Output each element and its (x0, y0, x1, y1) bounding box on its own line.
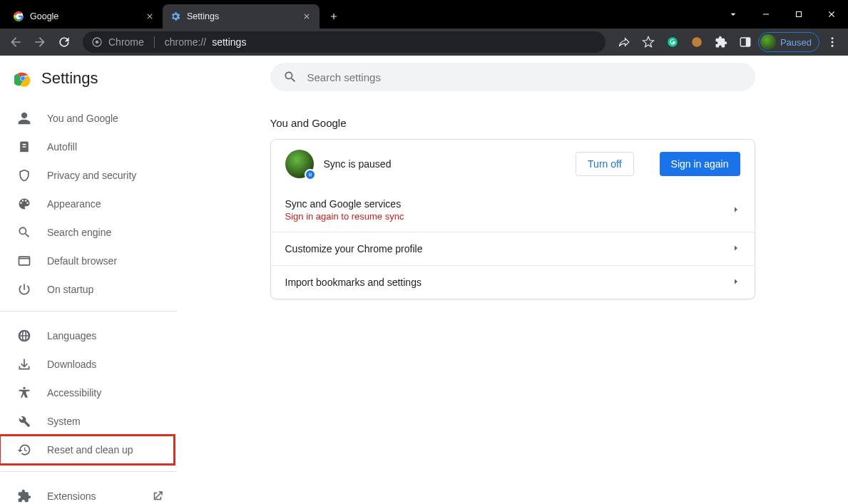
browser-toolbar: Chrome chrome://settings Paused (0, 29, 848, 56)
sidebar: Settings You and GoogleAutofillPrivacy a… (0, 56, 177, 504)
person-icon (17, 111, 31, 125)
extension-cookie-icon[interactable] (685, 31, 708, 53)
tab-google[interactable]: Google (6, 4, 163, 29)
new-tab-button[interactable] (324, 6, 344, 26)
extensions-puzzle-icon[interactable] (710, 31, 732, 53)
reload-button[interactable] (53, 31, 76, 53)
sidebar-item-extensions[interactable]: Extensions (0, 482, 167, 504)
chevron-down-icon[interactable] (717, 0, 750, 29)
window-titlebar: Google Settings (0, 0, 848, 29)
tab-settings[interactable]: Settings (163, 4, 320, 29)
nav-label: Languages (47, 330, 96, 341)
search-icon (283, 70, 297, 84)
settings-row[interactable]: Import bookmarks and settings (271, 265, 755, 299)
back-button[interactable] (4, 31, 27, 53)
sidebar-item-on-startup[interactable]: On startup (0, 275, 167, 304)
share-icon[interactable] (613, 31, 635, 53)
tab-strip: Google Settings (0, 4, 717, 29)
gear-icon (170, 11, 181, 22)
address-bar[interactable]: Chrome chrome://settings (83, 31, 606, 53)
nav-label: Appearance (47, 198, 101, 210)
download-icon (17, 357, 31, 371)
profile-status-label: Paused (780, 37, 812, 48)
sign-in-button[interactable]: Sign in again (660, 152, 740, 176)
nav-label: Reset and clean up (47, 444, 133, 456)
close-window-button[interactable] (815, 0, 848, 29)
sidebar-item-system[interactable]: System (0, 407, 167, 436)
autofill-icon (17, 140, 31, 154)
minimize-button[interactable] (750, 0, 782, 29)
sync-status-text: Sync is paused (324, 158, 392, 170)
sidebar-scroll[interactable]: You and GoogleAutofillPrivacy and securi… (0, 101, 177, 504)
sidebar-item-languages[interactable]: Languages (0, 322, 167, 350)
svg-point-13 (832, 37, 834, 39)
divider (0, 311, 177, 312)
settings-row[interactable]: Customize your Chrome profile (271, 232, 755, 265)
sidebar-item-privacy-and-security[interactable]: Privacy and security (0, 161, 167, 190)
side-panel-icon[interactable] (734, 31, 757, 53)
omnibox-url-path: settings (212, 36, 246, 48)
profile-chip[interactable]: Paused (758, 32, 819, 52)
restore-icon (17, 443, 31, 457)
shield-icon (17, 168, 31, 182)
sidebar-item-default-browser[interactable]: Default browser (0, 247, 167, 275)
kebab-menu-icon[interactable] (821, 31, 844, 53)
svg-point-9 (695, 43, 697, 44)
search-settings[interactable] (270, 63, 755, 91)
row-primary: Customize your Chrome profile (285, 243, 423, 254)
chevron-right-icon (732, 204, 740, 217)
sidebar-item-reset-and-clean-up[interactable]: Reset and clean up (0, 436, 174, 464)
sidebar-item-appearance[interactable]: Appearance (0, 190, 167, 218)
bookmark-star-icon[interactable] (637, 31, 660, 53)
search-icon (17, 225, 31, 240)
chrome-logo-icon (14, 70, 31, 87)
sync-paused-badge-icon (305, 169, 316, 180)
window-controls (717, 0, 848, 29)
nav-label: System (47, 416, 81, 427)
omnibox-url-prefix: chrome:// (165, 36, 206, 48)
section-title: You and Google (270, 117, 755, 129)
nav-label: Accessibility (47, 387, 101, 398)
browser-icon (17, 254, 31, 268)
omnibox-host: Chrome (108, 36, 144, 48)
extension-grammarly-icon[interactable] (661, 31, 684, 53)
open-in-new-icon (151, 490, 164, 503)
globe-icon (17, 329, 31, 343)
turn-off-button[interactable]: Turn off (576, 152, 633, 176)
sidebar-item-you-and-google[interactable]: You and Google (0, 104, 167, 133)
nav-label: Downloads (47, 359, 96, 370)
nav-label: Extensions (47, 490, 96, 502)
row-primary: Sync and Google services (285, 198, 404, 210)
tab-title: Settings (187, 11, 295, 21)
avatar-icon (760, 34, 776, 50)
nav-label: On startup (47, 284, 93, 295)
nav-label: Default browser (47, 255, 117, 267)
nav-label: You and Google (47, 113, 118, 124)
svg-rect-1 (763, 14, 769, 15)
nav-label: Privacy and security (47, 170, 136, 181)
forward-button[interactable] (29, 31, 51, 53)
settings-row[interactable]: Sync and Google servicesSign in again to… (271, 188, 755, 232)
sidebar-item-autofill[interactable]: Autofill (0, 133, 167, 161)
sidebar-item-downloads[interactable]: Downloads (0, 350, 167, 379)
sidebar-header: Settings (0, 56, 177, 101)
svg-point-4 (96, 41, 99, 44)
svg-point-8 (698, 40, 699, 41)
wrench-icon (17, 414, 31, 428)
sidebar-item-search-engine[interactable]: Search engine (0, 218, 167, 247)
extension-icon (17, 489, 31, 503)
sidebar-item-accessibility[interactable]: Accessibility (0, 379, 167, 407)
power-icon (17, 282, 31, 297)
maximize-button[interactable] (782, 0, 815, 29)
divider (0, 471, 177, 472)
close-icon[interactable] (144, 11, 155, 22)
svg-point-7 (695, 41, 696, 42)
svg-point-6 (692, 37, 702, 47)
close-icon[interactable] (301, 11, 312, 22)
search-input[interactable] (307, 71, 742, 83)
svg-rect-12 (746, 38, 750, 46)
settings-page: Settings You and GoogleAutofillPrivacy a… (0, 56, 848, 504)
svg-rect-19 (309, 173, 310, 177)
chevron-right-icon (732, 276, 740, 289)
avatar (285, 150, 314, 178)
